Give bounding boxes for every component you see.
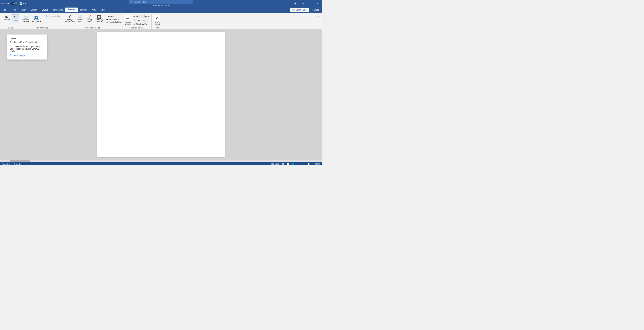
save-button[interactable]: 💾 [19, 2, 22, 5]
select-recipients-label: SelectRecipients ▾ [32, 19, 41, 22]
web-layout-icon: 🌐 [292, 163, 294, 165]
status-bar: Page 1 of 1 0 words ⊡ Focus 📖 📄 🌐 − + 10… [0, 162, 322, 165]
ribbon-group-create: ✉ Envelopes 🏷 Labels Create [1, 14, 20, 29]
greeting-line-button[interactable]: 📝 GreetingLine [85, 14, 93, 23]
insert-merge-field-icon: 🔲 [97, 15, 101, 18]
finish-merge-icon: ✔ [154, 15, 160, 21]
find-recipient-icon: 🔍 [134, 19, 136, 22]
document-page [97, 32, 225, 157]
read-mode-button[interactable]: 📖 [281, 163, 284, 165]
insert-merge-field-button[interactable]: 🔲 Insert MergeField ▾ [94, 14, 105, 23]
labels-button[interactable]: 🏷 Labels [12, 14, 19, 22]
read-mode-icon: 📖 [282, 163, 284, 165]
menu-layout[interactable]: Layout [40, 8, 50, 12]
start-mail-merge-label-group: Start Mail Merge [36, 27, 48, 29]
tell-me-more-link[interactable]: ? Tell me more [10, 54, 44, 57]
zoom-slider[interactable] [298, 164, 312, 164]
finish-group-label: Finish [155, 27, 159, 29]
autosave-toggle[interactable]: Off [10, 2, 18, 5]
menu-design[interactable]: Design [28, 8, 39, 12]
autosave-area: AutoSave Off [1, 2, 18, 5]
rules-button[interactable]: ≡ Rules ▾ [105, 15, 122, 18]
zoom-percent[interactable]: 100% [315, 163, 320, 165]
ribbon-collapse-button[interactable]: ▲ [317, 14, 321, 18]
highlight-merge-fields-button[interactable]: 🖊 HighlightMerge Fields [64, 14, 76, 23]
menu-help[interactable]: Help [98, 8, 107, 12]
comments-button[interactable]: 💬 Comments ▾ [290, 8, 309, 12]
match-fields-label: Match Fields [108, 18, 119, 20]
share-label: Share [314, 9, 319, 11]
finish-merge-button[interactable]: ✔ Finish &Merge ▾ [152, 14, 161, 26]
find-recipient-button[interactable]: 🔍 Find Recipient [133, 19, 150, 22]
preview-results-label: PreviewResults [125, 22, 131, 26]
ribbon-group-start-mail-merge: 📄 Start MailMerge ▾ 👥 SelectRecipients ▾… [20, 14, 63, 29]
search-bar[interactable]: 🔍 Search (Alt+Q) [129, 0, 193, 4]
print-layout-button[interactable]: 📄 [286, 163, 290, 165]
tell-me-more-text: Tell me more [13, 55, 25, 57]
preview-group-label: Preview Results [131, 27, 143, 29]
select-recipients-button[interactable]: 👥 SelectRecipients ▾ [31, 14, 42, 23]
maximize-button[interactable]: □ [307, 0, 314, 7]
zoom-out-button[interactable]: − [296, 163, 298, 165]
page-info: Page 1 of 1 [2, 163, 12, 165]
envelopes-label: Envelopes [3, 19, 10, 21]
record-number-input[interactable] [138, 15, 144, 18]
menu-bar: File Home Insert Design Layout Reference… [0, 7, 322, 13]
start-mail-merge-icon: 📄 [24, 15, 28, 18]
menu-home[interactable]: Home [8, 8, 18, 12]
labels-tooltip: Labels Sending mail? You'll need a label… [7, 34, 47, 60]
write-insert-group-label: Write & Insert Fields [85, 27, 100, 29]
comments-icon: 💬 [292, 9, 295, 11]
start-mail-merge-label: Start MailMerge ▾ [22, 19, 29, 22]
minimize-button[interactable]: ─ [300, 0, 306, 7]
menu-view[interactable]: View [89, 8, 98, 12]
preview-results-button[interactable]: ABC PreviewResults [124, 14, 132, 26]
comments-label: Comments [296, 9, 305, 11]
highlight-merge-fields-icon: 🖊 [68, 15, 72, 18]
share-button[interactable]: ↑ Share [310, 8, 321, 12]
finish-items: ✔ Finish &Merge ▾ [152, 14, 161, 26]
web-layout-button[interactable]: 🌐 [291, 163, 295, 165]
start-mail-merge-button[interactable]: 📄 Start MailMerge ▾ [21, 14, 30, 23]
menu-items: File Home Insert Design Layout Reference… [1, 7, 107, 12]
find-recipient-label: Find Recipient [137, 20, 148, 22]
horizontal-scrollbar[interactable] [0, 160, 322, 162]
focus-button[interactable]: ⊡ Focus [270, 163, 280, 165]
scrollbar-thumb[interactable] [10, 160, 30, 162]
document-area[interactable] [0, 29, 322, 160]
window-controls: ─ □ ✕ [300, 0, 321, 7]
write-insert-items: 🖊 HighlightMerge Fields 📰 AddressBlock 📝… [64, 14, 122, 26]
redo-button[interactable]: ↪ [24, 2, 26, 5]
edit-recipient-list-label: Edit Recipient List [46, 15, 61, 17]
menu-file[interactable]: File [1, 8, 8, 12]
menu-references[interactable]: References [50, 8, 65, 12]
envelopes-icon: ✉ [5, 15, 8, 18]
menu-mailings[interactable]: Mailings [65, 7, 78, 12]
undo-button[interactable]: ↩ [22, 2, 24, 5]
match-fields-icon: ⇌ [106, 18, 108, 20]
match-fields-button[interactable]: ⇌ Match Fields [105, 18, 122, 21]
menu-review[interactable]: Review [78, 8, 89, 12]
zoom-thumb [308, 163, 310, 165]
first-record-button[interactable]: ⏮ [133, 15, 136, 18]
microsoft-store-button[interactable]: ⊞ [294, 2, 296, 5]
next-record-button[interactable]: ▶ [145, 15, 147, 18]
envelopes-button[interactable]: ✉ Envelopes [2, 14, 12, 21]
address-block-button[interactable]: 📰 AddressBlock [76, 14, 84, 23]
check-for-errors-button[interactable]: ☑ Check for Errors [133, 23, 150, 25]
doc-title-text: Document1 - Word [28, 4, 294, 7]
document-title: 🔍 Search (Alt+Q) Document1 - Word [28, 0, 294, 7]
zoom-in-button[interactable]: + [312, 163, 314, 165]
last-record-button[interactable]: ⏭ [148, 15, 150, 18]
prev-record-button[interactable]: ◀ [136, 15, 138, 18]
preview-items: ABC PreviewResults ⏮ ◀ ▶ ⏭ 🔍 Find Recipi… [124, 14, 150, 26]
edit-recipient-list-button[interactable]: 📋 Edit Recipient List [42, 14, 62, 17]
rules-label: Rules ▾ [108, 15, 114, 17]
scrollbar-track[interactable] [0, 160, 322, 162]
create-group-items: ✉ Envelopes 🏷 Labels [2, 14, 19, 26]
autosave-label: AutoSave [1, 2, 10, 4]
update-labels-button[interactable]: 🏷 Update Labels [105, 21, 122, 23]
close-button[interactable]: ✕ [314, 0, 321, 7]
edit-recipient-list-icon: 📋 [43, 15, 46, 17]
menu-insert[interactable]: Insert [18, 8, 28, 12]
